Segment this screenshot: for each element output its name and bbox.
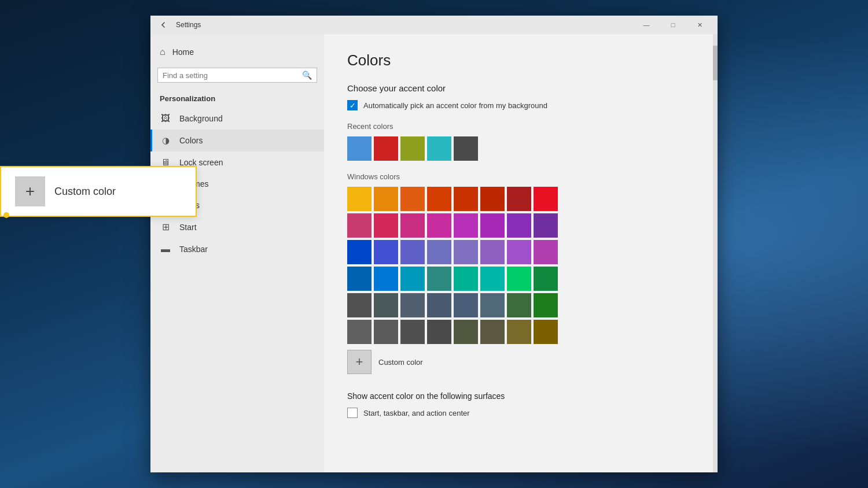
swatch-0-5[interactable] xyxy=(480,187,505,211)
sidebar-item-start[interactable]: ⊞ Start xyxy=(150,216,324,238)
color-row-1 xyxy=(347,213,694,238)
swatch-1-2[interactable] xyxy=(400,213,425,238)
sidebar-item-home[interactable]: ⌂ Home xyxy=(150,41,324,63)
recent-colors-label: Recent colors xyxy=(347,122,694,131)
right-panel: Colors Choose your accent color ✓ Automa… xyxy=(324,34,718,472)
swatch-3-3[interactable] xyxy=(427,267,451,291)
content-area: ⌂ Home 🔍 Personalization 🖼 Background ◑ … xyxy=(150,34,718,472)
swatch-3-7[interactable] xyxy=(534,267,558,291)
swatch-1-6[interactable] xyxy=(507,213,531,238)
recent-color-1[interactable] xyxy=(374,136,398,161)
sidebar-item-background[interactable]: 🖼 Background xyxy=(150,108,324,130)
swatch-5-1[interactable] xyxy=(374,320,398,344)
swatch-3-1[interactable] xyxy=(374,267,398,291)
swatch-4-2[interactable] xyxy=(400,293,425,317)
window-title: Settings xyxy=(176,21,201,29)
swatch-5-7[interactable] xyxy=(534,320,558,344)
swatch-0-4[interactable] xyxy=(454,187,478,211)
swatch-0-6[interactable] xyxy=(507,187,531,211)
recent-color-2[interactable] xyxy=(400,136,425,161)
settings-window: Settings — □ ✕ ⌂ Home 🔍 Personalization … xyxy=(150,16,718,472)
swatch-5-0[interactable] xyxy=(347,320,372,344)
minimize-button[interactable]: — xyxy=(633,16,660,34)
search-input[interactable] xyxy=(163,71,302,80)
swatch-1-4[interactable] xyxy=(454,213,478,238)
swatch-0-0[interactable] xyxy=(347,187,372,211)
swatch-4-7[interactable] xyxy=(534,293,558,317)
auto-pick-row[interactable]: ✓ Automatically pick an accent color fro… xyxy=(347,100,694,110)
color-row-3 xyxy=(347,267,694,291)
swatch-0-2[interactable] xyxy=(400,187,425,211)
tooltip-box: + Custom color xyxy=(150,166,197,217)
swatch-2-2[interactable] xyxy=(400,240,425,264)
color-row-0 xyxy=(347,187,694,211)
sidebar-section-title: Personalization xyxy=(150,92,324,108)
home-label: Home xyxy=(172,47,194,57)
swatch-3-4[interactable] xyxy=(454,267,478,291)
swatch-4-4[interactable] xyxy=(454,293,478,317)
swatch-2-6[interactable] xyxy=(507,240,531,264)
scrollbar-thumb[interactable] xyxy=(713,46,718,80)
swatch-1-0[interactable] xyxy=(347,213,372,238)
auto-pick-label: Automatically pick an accent color from … xyxy=(363,101,547,110)
recent-color-0[interactable] xyxy=(347,136,372,161)
swatch-5-3[interactable] xyxy=(427,320,451,344)
swatch-5-5[interactable] xyxy=(480,320,505,344)
swatch-4-5[interactable] xyxy=(480,293,505,317)
checkmark-icon: ✓ xyxy=(350,101,356,110)
taskbar-icon: ▬ xyxy=(160,244,171,254)
swatch-2-3[interactable] xyxy=(427,240,451,264)
close-button[interactable]: ✕ xyxy=(686,16,713,34)
swatch-3-2[interactable] xyxy=(400,267,425,291)
recent-color-4[interactable] xyxy=(454,136,478,161)
swatch-5-6[interactable] xyxy=(507,320,531,344)
back-button[interactable] xyxy=(155,17,171,33)
color-row-5 xyxy=(347,320,694,344)
auto-pick-checkbox[interactable]: ✓ xyxy=(347,100,358,110)
custom-color-button[interactable]: + xyxy=(347,350,372,374)
sidebar-item-taskbar[interactable]: ▬ Taskbar xyxy=(150,238,324,260)
windows-colors-label: Windows colors xyxy=(347,172,694,181)
swatch-5-4[interactable] xyxy=(454,320,478,344)
swatch-1-1[interactable] xyxy=(374,213,398,238)
colors-icon: ◑ xyxy=(160,135,171,146)
swatch-4-6[interactable] xyxy=(507,293,531,317)
start-taskbar-row[interactable]: Start, taskbar, and action center xyxy=(347,408,694,418)
maximize-button[interactable]: □ xyxy=(660,16,686,34)
swatch-3-6[interactable] xyxy=(507,267,531,291)
accent-section-title: Choose your accent color xyxy=(347,83,694,93)
recent-colors-row xyxy=(347,136,694,161)
custom-color-tooltip: + Custom color xyxy=(150,166,197,217)
swatch-3-5[interactable] xyxy=(480,267,505,291)
swatch-4-3[interactable] xyxy=(427,293,451,317)
swatch-2-5[interactable] xyxy=(480,240,505,264)
search-icon[interactable]: 🔍 xyxy=(302,71,312,80)
page-title: Colors xyxy=(347,51,694,69)
search-box[interactable]: 🔍 xyxy=(157,68,317,83)
custom-color-row: + Custom color xyxy=(347,350,694,374)
swatch-5-2[interactable] xyxy=(400,320,425,344)
swatch-2-7[interactable] xyxy=(534,240,558,264)
swatch-0-3[interactable] xyxy=(427,187,451,211)
swatch-2-0[interactable] xyxy=(347,240,372,264)
swatch-0-7[interactable] xyxy=(534,187,558,211)
sidebar-item-colors[interactable]: ◑ Colors xyxy=(150,130,324,151)
start-taskbar-checkbox[interactable] xyxy=(347,408,358,418)
sidebar: ⌂ Home 🔍 Personalization 🖼 Background ◑ … xyxy=(150,34,324,472)
swatch-4-0[interactable] xyxy=(347,293,372,317)
swatch-1-7[interactable] xyxy=(534,213,558,238)
swatch-1-3[interactable] xyxy=(427,213,451,238)
start-label: Start xyxy=(179,223,197,232)
home-icon: ⌂ xyxy=(160,47,165,57)
title-bar: Settings — □ ✕ xyxy=(150,16,718,34)
swatch-1-5[interactable] xyxy=(480,213,505,238)
swatch-3-0[interactable] xyxy=(347,267,372,291)
show-on-label: Show accent color on the following surfa… xyxy=(347,391,694,401)
color-row-4 xyxy=(347,293,694,317)
swatch-2-1[interactable] xyxy=(374,240,398,264)
scrollbar-track[interactable] xyxy=(713,34,718,472)
swatch-2-4[interactable] xyxy=(454,240,478,264)
recent-color-3[interactable] xyxy=(427,136,451,161)
swatch-4-1[interactable] xyxy=(374,293,398,317)
swatch-0-1[interactable] xyxy=(374,187,398,211)
